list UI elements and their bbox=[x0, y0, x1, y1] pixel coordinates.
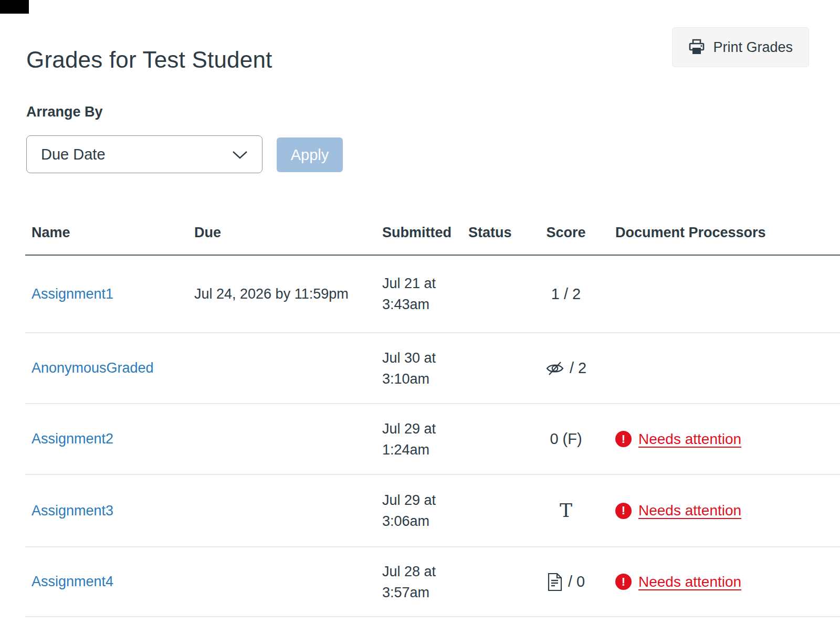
alert-icon: ! bbox=[615, 503, 632, 519]
document-processors-cell: ! Needs attention bbox=[598, 431, 840, 448]
table-row: Assignment1 Jul 24, 2026 by 11:59pm Jul … bbox=[25, 256, 840, 333]
corner-artifact bbox=[0, 0, 29, 14]
submitted-cell: Jul 29 at 1:24am bbox=[382, 418, 468, 460]
needs-attention-link[interactable]: Needs attention bbox=[638, 431, 741, 448]
needs-attention-link[interactable]: Needs attention bbox=[638, 574, 741, 590]
arrange-by-selected-value: Due Date bbox=[41, 146, 106, 163]
score-value: 0 (F) bbox=[550, 430, 582, 448]
table-row: Assignment3 Jul 29 at 3:06am T ! Needs a… bbox=[25, 475, 840, 547]
status-cell bbox=[468, 511, 533, 511]
alert-icon: ! bbox=[615, 431, 632, 447]
table-header-row: Name Due Submitted Status Score Document… bbox=[25, 225, 840, 256]
table-row: Assignment2 Jul 29 at 1:24am 0 (F) ! Nee… bbox=[25, 404, 840, 475]
column-header-due: Due bbox=[194, 225, 382, 241]
document-processors-cell: ! Needs attention bbox=[598, 574, 840, 590]
chevron-down-icon bbox=[232, 146, 248, 163]
eye-off-icon bbox=[545, 359, 564, 377]
score-cell: 1 / 2 bbox=[533, 285, 598, 303]
column-header-name: Name bbox=[25, 225, 194, 241]
text-entry-icon: T bbox=[560, 501, 572, 520]
score-value: 1 / 2 bbox=[551, 285, 581, 303]
submitted-cell: Jul 21 at 3:43am bbox=[382, 273, 468, 315]
score-value: / 2 bbox=[570, 359, 586, 377]
print-grades-button[interactable]: Print Grades bbox=[672, 27, 809, 67]
printer-icon bbox=[688, 39, 705, 56]
column-header-submitted: Submitted bbox=[382, 225, 468, 241]
document-icon bbox=[547, 573, 563, 591]
score-value: / 0 bbox=[568, 573, 585, 590]
page-title: Grades for Test Student bbox=[26, 47, 272, 73]
needs-attention-link[interactable]: Needs attention bbox=[638, 502, 741, 519]
column-header-score: Score bbox=[533, 225, 598, 241]
assignment-link[interactable]: Assignment4 bbox=[32, 574, 113, 589]
status-cell bbox=[468, 439, 533, 439]
table-row: AnonymousGraded Jul 30 at 3:10am / 2 bbox=[25, 333, 840, 404]
grades-table: Name Due Submitted Status Score Document… bbox=[25, 225, 840, 617]
assignment-link[interactable]: Assignment2 bbox=[32, 431, 113, 447]
column-header-document-processors: Document Processors bbox=[598, 225, 840, 241]
apply-button[interactable]: Apply bbox=[277, 138, 343, 172]
alert-icon: ! bbox=[615, 574, 632, 590]
score-cell: 0 (F) bbox=[533, 430, 598, 448]
submitted-cell: Jul 29 at 3:06am bbox=[382, 490, 468, 532]
due-cell: Jul 24, 2026 by 11:59pm bbox=[194, 286, 382, 302]
assignment-link[interactable]: Assignment1 bbox=[32, 286, 113, 302]
submitted-cell: Jul 30 at 3:10am bbox=[382, 347, 468, 389]
assignment-link[interactable]: AnonymousGraded bbox=[32, 360, 154, 376]
status-cell bbox=[468, 294, 533, 294]
print-grades-label: Print Grades bbox=[713, 39, 793, 56]
document-processors-cell: ! Needs attention bbox=[598, 502, 840, 519]
arrange-controls: Due Date Apply bbox=[26, 135, 343, 173]
submitted-cell: Jul 28 at 3:57am bbox=[382, 561, 468, 603]
arrange-by-select[interactable]: Due Date bbox=[26, 135, 262, 173]
score-cell: / 2 bbox=[533, 359, 598, 377]
column-header-status: Status bbox=[468, 225, 533, 241]
status-cell bbox=[468, 368, 533, 368]
score-cell: / 0 bbox=[533, 573, 598, 591]
status-cell bbox=[468, 581, 533, 582]
arrange-by-label: Arrange By bbox=[26, 104, 103, 120]
table-row: Assignment4 Jul 28 at 3:57am / 0 ! Needs… bbox=[25, 547, 840, 617]
score-cell: T bbox=[533, 501, 598, 520]
assignment-link[interactable]: Assignment3 bbox=[32, 503, 113, 519]
